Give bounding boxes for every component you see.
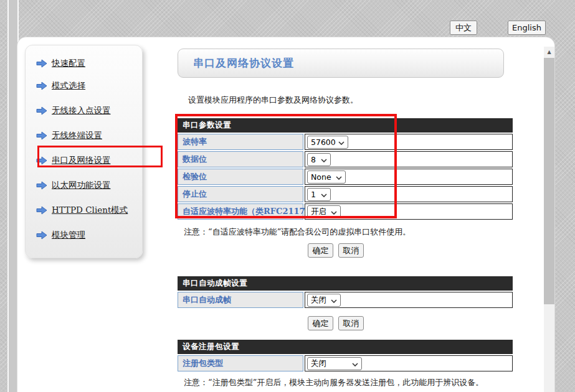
- data-bits-select[interactable]: 8: [307, 153, 331, 166]
- serial-params-table-header: 串口参数设置: [178, 118, 513, 133]
- arrow-icon: [36, 59, 47, 68]
- arrow-icon: [36, 82, 47, 90]
- chevron-down-icon: [321, 190, 327, 199]
- data-bits-label: 数据位: [178, 151, 303, 167]
- baud-rate-value: 57600: [311, 138, 336, 147]
- chevron-down-icon: [352, 359, 358, 368]
- sidebar-item-label: 以太网功能设置: [52, 180, 111, 191]
- chevron-down-icon: [331, 207, 337, 217]
- adaptive-baud-note: 注意：“自适应波特率功能”请配合我公司的虚拟串口软件使用。: [184, 226, 411, 238]
- chevron-down-icon: [321, 155, 327, 164]
- data-bits-cell: 8: [305, 151, 513, 167]
- serial-params-table: 串口参数设置 波特率 57600 数据位 8 检验位: [178, 118, 513, 220]
- data-bits-value: 8: [311, 155, 316, 164]
- arrow-icon: [36, 206, 47, 215]
- sidebar-item-serial-network[interactable]: 串口及网络设置: [36, 155, 111, 166]
- stop-bits-cell: 1: [305, 186, 513, 202]
- table-row: 数据位 8: [178, 151, 513, 167]
- scrollbar-up-button[interactable]: ▲: [544, 47, 554, 57]
- scroll-up-icon: ▲: [547, 50, 551, 55]
- register-type-cell: 关闭: [305, 355, 513, 371]
- chevron-down-icon: [336, 172, 342, 182]
- auto-frame-select[interactable]: 关闭: [307, 294, 341, 307]
- register-packet-table: 设备注册包设置 注册包类型 关闭: [178, 340, 513, 371]
- table-row: 检验位 None: [178, 169, 513, 185]
- sidebar-item-label: 快速配置: [52, 58, 85, 69]
- register-packet-table-header: 设备注册包设置: [178, 340, 513, 354]
- parity-label: 检验位: [178, 169, 303, 185]
- table-row: 串口自动成帧 关闭: [178, 292, 513, 308]
- arrow-icon: [36, 181, 47, 190]
- adaptive-baud-select[interactable]: 开启: [307, 205, 341, 218]
- arrow-icon: [36, 106, 47, 115]
- page-title-bar: 串口及网络协议设置: [178, 49, 504, 78]
- sidebar-item-label: 无线接入点设置: [52, 105, 111, 116]
- arrow-icon: [36, 231, 47, 240]
- table-row: 自适应波特率功能（类RFC2117） 开启: [178, 203, 513, 220]
- stop-bits-label: 停止位: [178, 186, 303, 202]
- arrow-icon: [36, 156, 47, 165]
- stop-bits-select[interactable]: 1: [307, 188, 331, 201]
- page-description: 设置模块应用程序的串口参数及网络协议参数。: [188, 95, 358, 106]
- chevron-down-icon: [331, 296, 337, 305]
- sidebar-item-ethernet[interactable]: 以太网功能设置: [36, 180, 111, 191]
- adaptive-baud-label: 自适应波特率功能（类RFC2117）: [178, 203, 303, 220]
- parity-select[interactable]: None: [307, 170, 346, 184]
- sidebar-item-label: 串口及网络设置: [52, 155, 111, 166]
- sidebar-item-label: 模式选择: [52, 80, 85, 91]
- auto-frame-label: 串口自动成帧: [178, 292, 303, 308]
- sidebar-item-module-manage[interactable]: 模块管理: [36, 230, 85, 241]
- auto-frame-cancel-button[interactable]: 取消: [338, 316, 364, 330]
- auto-frame-table-header: 串口自动成帧设置: [178, 276, 513, 291]
- register-packet-note: 注意：“注册包类型”开启后，模块主动向服务器发送注册包，此功能用于辨识设备。: [184, 377, 483, 388]
- parity-cell: None: [305, 169, 513, 185]
- table-row: 注册包类型 关闭: [178, 355, 513, 371]
- sidebar-item-wireless-sta[interactable]: 无线终端设置: [36, 130, 102, 141]
- baud-rate-cell: 57600: [305, 134, 513, 150]
- register-type-value: 关闭: [311, 358, 326, 369]
- serial-ok-button[interactable]: 确定: [308, 243, 333, 258]
- auto-frame-table: 串口自动成帧设置 串口自动成帧 关闭: [178, 276, 513, 308]
- parity-value: None: [311, 172, 331, 182]
- sidebar-item-httpd-client[interactable]: HTTPD Client模式: [36, 205, 128, 216]
- register-type-label: 注册包类型: [178, 355, 303, 371]
- sidebar-item-wireless-ap[interactable]: 无线接入点设置: [36, 105, 111, 116]
- baud-rate-label: 波特率: [178, 134, 303, 150]
- serial-cancel-button[interactable]: 取消: [338, 243, 364, 258]
- page-title: 串口及网络协议设置: [193, 56, 294, 70]
- stop-bits-value: 1: [311, 190, 316, 199]
- auto-frame-value: 关闭: [311, 295, 326, 306]
- auto-frame-cell: 关闭: [305, 292, 513, 308]
- chinese-language-button[interactable]: 中文: [450, 21, 477, 35]
- sidebar: [25, 45, 143, 258]
- sidebar-item-quick-config[interactable]: 快速配置: [36, 58, 85, 69]
- adaptive-baud-value: 开启: [311, 207, 326, 217]
- sidebar-item-label: HTTPD Client模式: [52, 205, 128, 216]
- page-background: 中文 English 快速配置 模式选择 无线接入点设置 无线终端设置 串口及网…: [0, 0, 575, 392]
- adaptive-baud-cell: 开启: [305, 203, 513, 220]
- sidebar-item-label: 无线终端设置: [52, 130, 102, 141]
- english-language-button[interactable]: English: [508, 21, 546, 35]
- arrow-icon: [36, 131, 47, 140]
- table-row: 波特率 57600: [178, 134, 513, 150]
- register-type-select[interactable]: 关闭: [307, 357, 362, 370]
- chevron-down-icon: [338, 138, 345, 147]
- sidebar-item-mode-select[interactable]: 模式选择: [36, 80, 85, 91]
- scrollbar-thumb[interactable]: [544, 58, 554, 304]
- auto-frame-ok-button[interactable]: 确定: [308, 316, 333, 330]
- table-row: 停止位 1: [178, 186, 513, 202]
- baud-rate-select[interactable]: 57600: [307, 136, 348, 149]
- sidebar-item-label: 模块管理: [52, 230, 85, 241]
